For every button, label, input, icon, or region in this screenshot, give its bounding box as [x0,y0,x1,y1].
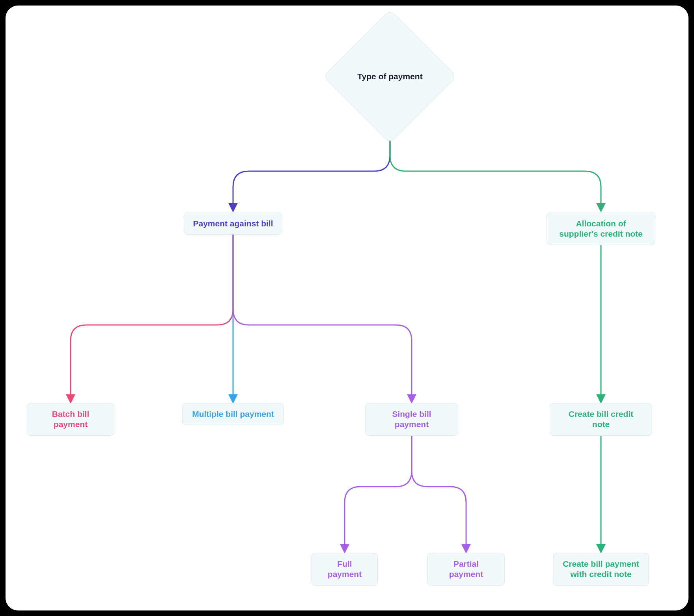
node-label: Create bill payment with credit note [562,559,640,580]
node-allocation-credit-note: Allocation of supplier's credit note [547,213,655,245]
edge-single-to-partial [412,424,466,552]
node-type-of-payment: Type of payment [343,29,437,124]
edge-payment-to-batch [71,234,233,402]
node-batch-bill-payment: Batch bill payment [27,403,114,436]
node-label: Full payment [321,559,369,580]
node-create-bill-credit-note: Create bill credit note [550,403,652,436]
edge-single-to-full [345,424,412,552]
edge-payment-to-single [233,234,412,402]
node-create-bill-payment-with-credit-note: Create bill payment with credit note [553,553,649,586]
node-label: Partial payment [437,559,496,580]
edge-root-to-allocation [390,124,601,211]
node-label: Create bill credit note [559,409,643,430]
flowchart-canvas: Type of payment Payment against bill All… [6,6,688,610]
edge-root-to-payment [233,124,390,211]
node-partial-payment: Partial payment [427,553,505,586]
node-payment-against-bill: Payment against bill [184,213,282,235]
node-label: Type of payment [357,72,422,81]
node-label: Single bill payment [374,409,449,430]
node-label: Allocation of supplier's credit note [556,218,646,239]
node-full-payment: Full payment [312,553,378,586]
node-label: Multiple bill payment [192,409,274,419]
node-multiple-bill-payment: Multiple bill payment [182,403,284,425]
node-label: Payment against bill [193,218,273,229]
node-label: Batch bill payment [36,409,105,430]
node-single-bill-payment: Single bill payment [365,403,458,436]
